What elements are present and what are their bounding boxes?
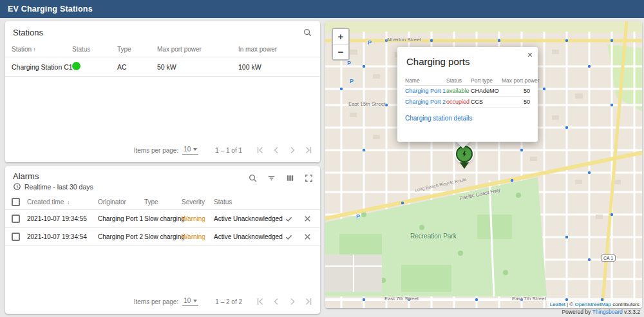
attribution-separator: | © xyxy=(565,302,575,307)
alarms-subtitle: Realtime - last 30 days xyxy=(24,183,93,191)
column-port-type: Port type xyxy=(471,77,502,84)
clear-icon[interactable] xyxy=(301,213,314,225)
alarm-status: Active Unacknowledged xyxy=(214,215,285,222)
station-in-max-power: 100 kW xyxy=(238,63,314,71)
column-created-time-label: Created time xyxy=(27,198,64,206)
acknowledge-icon[interactable] xyxy=(283,213,295,225)
parking-icon: P xyxy=(347,60,351,66)
pagination-nav xyxy=(255,296,314,307)
alarms-paginator: Items per page: 10 1 – 2 of 2 xyxy=(12,293,314,310)
column-originator[interactable]: Originator xyxy=(98,198,144,206)
charging-station-details-link[interactable]: Charging station details xyxy=(405,115,473,122)
zoom-in-button[interactable]: + xyxy=(333,29,348,44)
map-popup: × Charging ports Name Status Port type M… xyxy=(397,47,538,142)
next-page-button[interactable] xyxy=(287,145,298,155)
page-title: EV Charging Stations xyxy=(8,5,93,14)
close-icon[interactable]: × xyxy=(527,50,533,59)
port-name-link[interactable]: Charging Port 1 xyxy=(405,88,446,94)
filter-icon[interactable] xyxy=(265,172,278,184)
alarms-table-header: Created time ↓ Originator Type Severity … xyxy=(5,195,320,210)
column-status[interactable]: Status xyxy=(72,46,117,53)
port-type: CCS xyxy=(471,99,502,105)
pagination-nav xyxy=(255,145,314,155)
column-type[interactable]: Type xyxy=(117,46,157,53)
charging-station-marker[interactable] xyxy=(456,146,473,162)
park-label: Recreation Park xyxy=(410,233,457,240)
dropdown-icon xyxy=(193,148,197,151)
street-label: East 7th Street xyxy=(512,296,546,302)
station-name: Charging Station C1 xyxy=(12,63,72,71)
alarm-originator: Charging Port 1 xyxy=(98,215,144,222)
column-severity[interactable]: Severity xyxy=(182,198,214,206)
table-row[interactable]: 2021-10-07 19:34:54 Charging Port 2 Slow… xyxy=(5,228,320,246)
table-row[interactable]: 2021-10-07 19:34:55 Charging Port 1 Slow… xyxy=(5,210,320,228)
station-max-port-power: 50 kW xyxy=(157,63,238,71)
clear-icon[interactable] xyxy=(301,231,314,243)
column-in-max-power[interactable]: In max power xyxy=(238,46,314,53)
alarm-type: Slow charging xyxy=(144,233,182,240)
leaflet-link[interactable]: Leaflet xyxy=(550,302,565,307)
alarms-toolbar xyxy=(247,172,315,184)
page-size-select[interactable]: 10 xyxy=(182,297,198,306)
row-checkbox[interactable] xyxy=(12,215,20,223)
table-row: Charging Port 2 occupied CCS 50 xyxy=(405,97,530,108)
parking-icon: P xyxy=(356,213,360,220)
sort-asc-icon: ↑ xyxy=(33,46,36,53)
column-station-label: Station xyxy=(12,46,32,53)
street-label: Atherton Street xyxy=(386,37,421,43)
last-page-button[interactable] xyxy=(303,145,314,155)
street-label: East 15th Street xyxy=(348,101,385,107)
alarm-type: Slow charging xyxy=(144,215,182,222)
column-max-port-power: Max port power xyxy=(502,77,540,84)
map-widget[interactable]: Atherton Street East 15th Street East 7t… xyxy=(325,21,642,308)
first-page-button[interactable] xyxy=(255,145,265,155)
alarms-widget: Alarms Realtime - last 30 days Created t… xyxy=(5,166,320,314)
port-max-power: 50 xyxy=(502,99,530,105)
osm-link[interactable]: OpenStreetMap xyxy=(574,302,611,307)
last-page-button[interactable] xyxy=(303,296,314,307)
first-page-button[interactable] xyxy=(255,296,265,307)
alarm-created-time: 2021-10-07 19:34:54 xyxy=(27,233,98,240)
columns-icon[interactable] xyxy=(284,172,296,184)
alarm-severity: Warning xyxy=(182,233,214,240)
prev-page-button[interactable] xyxy=(271,145,281,155)
alarm-status: Active Unacknowledged xyxy=(214,233,285,240)
prev-page-button[interactable] xyxy=(271,296,281,307)
column-status: Status xyxy=(446,77,471,84)
search-icon[interactable] xyxy=(247,172,259,184)
zoom-out-button[interactable]: − xyxy=(333,44,348,59)
select-all-checkbox[interactable] xyxy=(12,198,20,206)
status-dot xyxy=(72,62,80,70)
zoom-control: + − xyxy=(332,28,350,61)
page-range: 1 – 1 of 1 xyxy=(215,147,242,154)
fullscreen-icon[interactable] xyxy=(303,172,315,184)
thingsboard-link[interactable]: Thingsboard xyxy=(592,309,622,315)
page-size-select[interactable]: 10 xyxy=(182,146,198,155)
row-checkbox[interactable] xyxy=(12,233,20,241)
app-header: EV Charging Stations xyxy=(0,0,644,18)
station-type: AC xyxy=(117,63,157,71)
table-row[interactable]: Charging Station C1 AC 50 kW 100 kW xyxy=(5,57,320,77)
port-name-link[interactable]: Charging Port 2 xyxy=(405,99,446,105)
street-label: East 7th Street xyxy=(384,296,419,302)
page-size-value: 10 xyxy=(184,146,191,153)
column-type[interactable]: Type xyxy=(144,198,182,206)
stations-title: Stations xyxy=(13,28,43,37)
port-status: available xyxy=(446,88,471,94)
powered-version: v.3.3.2 xyxy=(623,309,640,315)
alarm-actions xyxy=(285,231,314,243)
column-name: Name xyxy=(405,77,446,84)
acknowledge-icon[interactable] xyxy=(283,231,295,243)
column-created-time[interactable]: Created time ↓ xyxy=(27,198,98,206)
column-status[interactable]: Status xyxy=(214,198,285,206)
highway-shield: CA 1 xyxy=(601,255,616,262)
column-max-port-power[interactable]: Max port power xyxy=(157,46,238,53)
port-status: occupied xyxy=(446,99,471,105)
page-range: 1 – 2 of 2 xyxy=(215,298,242,305)
column-station[interactable]: Station↑ xyxy=(12,46,72,53)
next-page-button[interactable] xyxy=(287,296,298,307)
popup-table-header: Name Status Port type Max port power xyxy=(405,76,530,86)
station-status-cell xyxy=(72,62,117,72)
search-icon[interactable] xyxy=(301,26,314,39)
alarm-severity: Warning xyxy=(182,215,214,222)
